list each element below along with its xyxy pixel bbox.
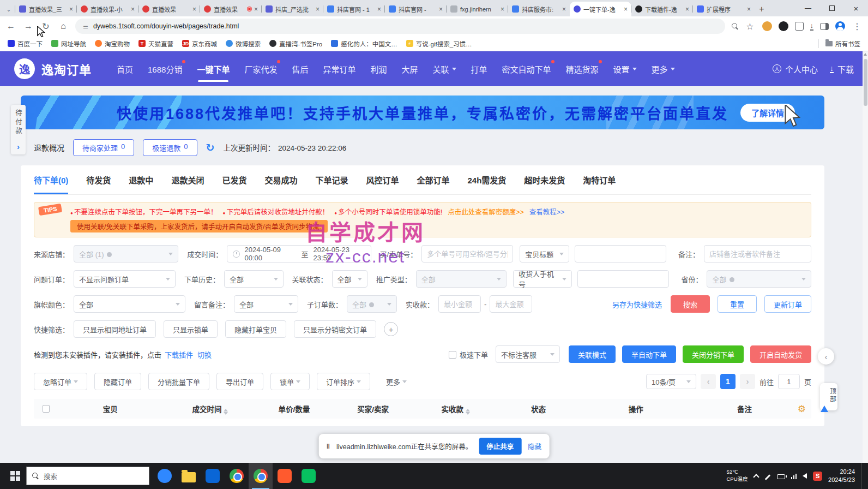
promo-type-select[interactable]: 全部 (416, 270, 507, 288)
title-keyword-input[interactable] (575, 245, 666, 263)
forward-icon[interactable]: → (23, 21, 34, 31)
switch-link[interactable]: 切换 (197, 349, 212, 360)
taskbar-wps[interactable] (273, 463, 297, 489)
browser-tab[interactable]: 抖店官网 -× (385, 2, 447, 16)
side-collapsed-panel[interactable]: 待付款 › (11, 105, 26, 154)
hide-order-button[interactable]: 隐藏订单 (94, 373, 141, 390)
tutorial-link[interactable]: 查看教程>> (529, 206, 565, 217)
nav-item-aftersale[interactable]: 售后 (292, 51, 308, 86)
tab-pending-order[interactable]: 待下单(0) (34, 174, 68, 194)
bookmark-item[interactable]: 直播湾-书签Pro (269, 39, 322, 48)
current-page-button[interactable]: 1 (720, 374, 736, 389)
promo-banner[interactable]: 快使用1688代发推单吧！支持手机大单量推单，专属私密价，无需解密平台面单直发 … (21, 96, 824, 129)
collapse-panel-button[interactable]: ‹ (818, 348, 834, 365)
user-center-button[interactable]: 人个人中心 (773, 51, 818, 86)
tab-search-chevron-icon[interactable]: ⌄ (2, 2, 15, 16)
new-tab-button[interactable]: + (755, 2, 769, 16)
pen-icon[interactable] (764, 474, 770, 480)
start-button[interactable] (4, 463, 26, 489)
phone-field-select[interactable]: 收货人手机号 (513, 270, 572, 288)
tab-order-history[interactable]: 下单记录 (315, 174, 348, 194)
bookmark-item[interactable]: 百度一下 (8, 39, 43, 48)
semi-auto-order-button[interactable]: 半自动下单 (622, 345, 676, 363)
network-icon[interactable] (791, 473, 797, 479)
bookmark-item[interactable]: T天猫直营 (138, 39, 173, 48)
batch-distribute-button[interactable]: 分销批量下单 (148, 373, 209, 390)
taskbar-file-explorer[interactable] (177, 463, 201, 489)
browser-tab[interactable]: 直播效果× (138, 2, 200, 16)
browser-tab[interactable]: 下载插件-逸× (631, 2, 693, 16)
tab-close-icon[interactable]: × (69, 5, 73, 13)
browser-tab[interactable]: fxg.jinrihern× (447, 2, 508, 16)
taskbar-store[interactable] (201, 463, 225, 489)
next-page-button[interactable]: › (740, 374, 755, 389)
taskbar-app-blue[interactable] (153, 463, 177, 489)
maximize-button[interactable] (820, 0, 844, 16)
tab-close-icon[interactable]: × (131, 5, 135, 13)
tab-shipped[interactable]: 已发货 (222, 174, 246, 194)
quick-hide-printed-button[interactable]: 隐藏打单宝贝 (225, 320, 286, 338)
nav-item-abnormal[interactable]: 异常订单 (323, 51, 355, 86)
sogou-input-icon[interactable]: S (813, 472, 822, 481)
nav-item-factory[interactable]: 厂家代发 (244, 51, 277, 86)
download-button[interactable]: ↓下载 (830, 51, 854, 86)
bookmark-item[interactable]: ⚡写说-gif搜索_习惯… (406, 39, 472, 48)
col-paid[interactable]: 实收款 (415, 403, 496, 415)
phone-input[interactable] (577, 270, 669, 288)
save-quick-filter-link[interactable]: 另存为快捷筛选 (612, 299, 662, 309)
extension-pet-icon[interactable] (762, 21, 772, 31)
nav-item-relation[interactable]: 关联 (433, 51, 456, 86)
bookmark-item[interactable]: 微博搜索 (226, 39, 261, 48)
back-to-top-widget[interactable]: 顶部 (820, 383, 837, 410)
title-field-select[interactable]: 宝贝标题 (520, 245, 569, 263)
tab-all-orders[interactable]: 全部订单 (417, 174, 449, 194)
tab-risk-orders[interactable]: 风控订单 (366, 174, 399, 194)
nav-item-bigscreen[interactable]: 大屏 (401, 51, 418, 86)
paid-max-input[interactable] (490, 295, 532, 313)
reset-button[interactable]: 重置 (718, 295, 757, 313)
nav-item-more[interactable]: 更多 (652, 51, 675, 86)
paid-min-input[interactable] (438, 295, 481, 313)
bookmark-star-icon[interactable]: ☆ (745, 21, 756, 32)
date-range-picker[interactable]: 2024-05-09 00:00 至 2024-05-23 23:59 (227, 245, 371, 263)
order-no-input[interactable] (421, 245, 513, 263)
nav-item-settings[interactable]: 设置 (613, 51, 637, 86)
fast-order-checkbox[interactable]: 极速下单 (449, 349, 488, 360)
col-deal-time[interactable]: 成交时间 (163, 403, 257, 415)
close-button[interactable]: × (844, 0, 868, 16)
tab-close-icon[interactable]: × (747, 5, 751, 13)
tab-close-icon[interactable]: × (316, 5, 320, 13)
browser-tab[interactable]: 抖店官网 - 1× (323, 2, 385, 16)
browser-tab[interactable]: 直播效果-小× (77, 2, 138, 16)
bookmark-item[interactable]: JD京东商城 (182, 39, 217, 48)
prev-page-button[interactable]: ‹ (701, 374, 716, 389)
column-settings-gear-icon[interactable]: ⚙ (798, 403, 806, 415)
relation-state-select[interactable]: 全部 (332, 270, 367, 288)
download-plugin-link[interactable]: 下载插件 (165, 349, 193, 360)
taskbar-wechat[interactable] (297, 463, 321, 489)
goto-page-input[interactable] (778, 374, 800, 389)
scroll-up-arrow-icon[interactable] (864, 53, 867, 56)
show-desktop-button[interactable] (861, 463, 864, 489)
tab-close-icon[interactable]: × (685, 5, 689, 13)
tab-refunding[interactable]: 退款中 (129, 174, 153, 194)
problem-order-select[interactable]: 不显示问题订单 (74, 270, 176, 288)
browser-tab[interactable]: 抖店_严选批× (262, 2, 323, 16)
menu-kebab-icon[interactable]: ⋮ (852, 21, 863, 32)
nav-item-selected-supply[interactable]: 精选货源 (566, 51, 599, 86)
tab-taote[interactable]: 淘特订单 (583, 174, 616, 194)
tab-close-icon[interactable]: × (439, 5, 443, 13)
export-orders-button[interactable]: 导出订单 (216, 373, 263, 390)
nav-item-profit[interactable]: 利润 (370, 51, 387, 86)
tab-completed[interactable]: 交易成功 (264, 174, 297, 194)
tab-overdue[interactable]: 超时未发货 (524, 174, 565, 194)
profile-avatar[interactable] (835, 21, 845, 31)
quota-link[interactable]: 点击此处查看解密额度>> (448, 206, 524, 217)
remark-input[interactable] (704, 245, 811, 263)
nav-item-print[interactable]: 打单 (471, 51, 487, 86)
tab-close-icon[interactable]: × (501, 5, 504, 13)
battery-icon[interactable] (777, 474, 785, 479)
message-remark-select[interactable]: 全部 (234, 295, 298, 313)
back-icon[interactable]: ← (5, 21, 16, 31)
order-sort-button[interactable]: 订单排序 (317, 373, 370, 390)
